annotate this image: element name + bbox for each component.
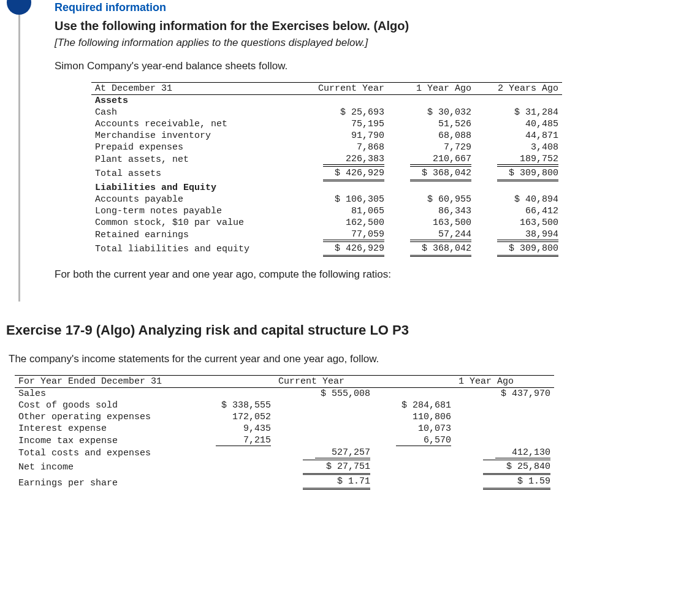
table-row: Income tax expense7,2156,570 [15, 435, 554, 447]
total-assets-row: Total assets$ 426,929$ 368,042$ 309,800 [91, 165, 562, 182]
required-information-block: Required information Use the following i… [18, 1, 694, 302]
table-row: Retained earnings77,05957,24438,994 [91, 229, 562, 241]
net-income-row: Net income$ 27,751$ 25,840 [15, 459, 554, 476]
eps-row: Earnings per share$ 1.71$ 1.59 [15, 476, 554, 490]
table-row: Accounts payable$ 106,305$ 60,955$ 40,89… [91, 194, 562, 205]
total-expenses-row: Total costs and expenses527,257412,130 [15, 447, 554, 459]
table-row: Prepaid expenses7,8687,7293,408 [91, 142, 562, 153]
table-header-row: At December 31 Current Year 1 Year Ago 2… [91, 83, 562, 95]
table-header-row: For Year Ended December 31 Current Year … [15, 376, 554, 388]
header-current-year: Current Year [301, 83, 388, 95]
header-1-year-ago: 1 Year Ago [388, 83, 475, 95]
required-info-label: Required information [55, 1, 694, 14]
compute-ratios-text: For both the current year and one year a… [55, 268, 694, 281]
table-row: Plant assets, net226,383210,667189,752 [91, 153, 562, 165]
header-1-year-ago: 1 Year Ago [455, 376, 554, 388]
header-2-years-ago: 2 Years Ago [475, 83, 562, 95]
income-lead-text: The company's income statements for the … [9, 353, 694, 365]
header-date: For Year Ended December 31 [15, 376, 194, 388]
applies-note: [The following information applies to th… [55, 37, 694, 49]
table-row: Cash$ 25,693$ 30,032$ 31,284 [91, 107, 562, 118]
table-row: Common stock, $10 par value162,500163,50… [91, 217, 562, 229]
income-statement-table: For Year Ended December 31 Current Year … [15, 375, 554, 490]
liabilities-section-header: Liabilities and Equity [91, 182, 562, 194]
header-date: At December 31 [91, 83, 301, 95]
table-row: Interest expense9,43510,073 [15, 423, 554, 435]
total-liab-equity-row: Total liabilities and equity$ 426,929$ 3… [91, 241, 562, 257]
assets-section-header: Assets [91, 95, 562, 107]
table-row: Accounts receivable, net75,19551,52640,4… [91, 118, 562, 130]
sales-row: Sales $ 555,008 $ 437,970 [15, 388, 554, 400]
table-row: Other operating expenses172,052110,806 [15, 411, 554, 423]
table-row: Cost of goods sold$ 338,555$ 284,681 [15, 400, 554, 411]
balance-sheet-table: At December 31 Current Year 1 Year Ago 2… [91, 82, 562, 257]
header-current-year: Current Year [275, 376, 374, 388]
lead-text: Simon Company's year-end balance sheets … [55, 60, 694, 72]
exercise-title: Exercise 17-9 (Algo) Analyzing risk and … [6, 322, 694, 338]
table-row: Merchandise inventory91,79068,08844,871 [91, 130, 562, 142]
table-row: Long-term notes payable81,06586,34366,41… [91, 205, 562, 217]
use-following-heading: Use the following information for the Ex… [55, 19, 694, 33]
